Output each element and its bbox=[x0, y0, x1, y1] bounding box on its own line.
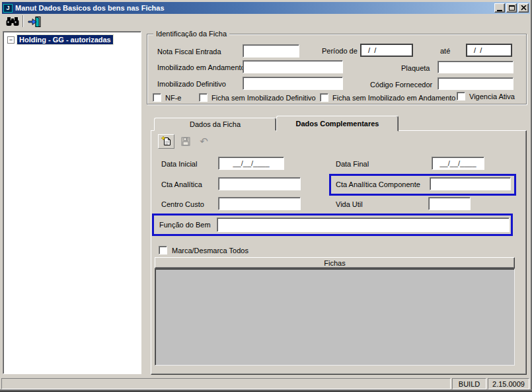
window-title: Manut Dados Basicos dos bens nas Fichas bbox=[15, 4, 165, 12]
data-inicial-label: Data Inicial bbox=[161, 160, 197, 169]
status-panel-empty bbox=[1, 378, 451, 389]
undo-arrow-icon: ↶ bbox=[200, 136, 208, 147]
marca-desmarca-checkbox[interactable] bbox=[159, 246, 167, 255]
imob-definitivo-input[interactable] bbox=[243, 77, 343, 90]
cta-analitica-label: Cta Analítica bbox=[161, 180, 202, 189]
new-record-button[interactable] bbox=[158, 134, 174, 149]
maximize-button[interactable] bbox=[506, 3, 517, 13]
maximize-icon bbox=[509, 5, 515, 11]
build-label: BUILD bbox=[459, 380, 480, 388]
ficha-sem-definitivo-checkbox[interactable] bbox=[199, 93, 208, 102]
cta-componente-input[interactable] bbox=[430, 177, 511, 190]
fichas-column-header[interactable]: Fichas bbox=[155, 257, 515, 268]
data-final-input[interactable] bbox=[432, 157, 484, 170]
funcao-bem-input[interactable] bbox=[217, 217, 510, 232]
periodo-de-label: Período de bbox=[322, 47, 358, 56]
data-inicial-input[interactable] bbox=[218, 157, 284, 170]
undo-button[interactable]: ↶ bbox=[196, 134, 212, 149]
imob-andamento-label: Imobilizado em Andamento bbox=[157, 63, 245, 72]
marca-desmarca-label: Marca/Desmarca Todos bbox=[172, 247, 248, 255]
main-toolbar bbox=[2, 14, 530, 29]
cod-fornecedor-label: Código Fornecedor bbox=[370, 81, 432, 89]
binoculars-icon bbox=[5, 16, 20, 27]
minimize-button[interactable] bbox=[494, 3, 505, 13]
title-bar: J Manut Dados Basicos dos bens nas Ficha… bbox=[2, 2, 530, 14]
ficha-sem-definitivo-label: Ficha sem Imobilizado Definitivo bbox=[211, 94, 316, 102]
tab-dados-complementares-label: Dados Complementares bbox=[296, 120, 379, 128]
imob-andamento-input[interactable] bbox=[243, 60, 343, 73]
new-document-icon bbox=[161, 136, 172, 147]
nota-fiscal-label: Nota Fiscal Entrada bbox=[157, 48, 221, 56]
toolbar-separator bbox=[22, 15, 24, 27]
ate-input[interactable] bbox=[466, 44, 512, 57]
save-button[interactable] bbox=[177, 134, 194, 149]
application-window: J Manut Dados Basicos dos bens nas Ficha… bbox=[0, 0, 532, 392]
version-label: 2.15.0009 bbox=[492, 380, 525, 388]
exit-door-icon bbox=[27, 16, 42, 28]
periodo-de-input[interactable] bbox=[360, 44, 413, 57]
tree-collapse-icon[interactable]: − bbox=[7, 36, 15, 44]
tree-item-label[interactable]: Holding - GG - autorizadas bbox=[17, 35, 113, 44]
plaqueta-input[interactable] bbox=[437, 61, 513, 73]
centro-custo-input[interactable] bbox=[218, 197, 301, 210]
data-final-label: Data Final bbox=[336, 160, 369, 169]
nota-fiscal-input[interactable] bbox=[243, 44, 299, 58]
centro-custo-label: Centro Custo bbox=[161, 200, 204, 209]
tree-item-holding[interactable]: − Holding - GG - autorizadas bbox=[7, 35, 113, 44]
funcao-bem-label: Função do Bem bbox=[159, 221, 211, 229]
find-button[interactable] bbox=[3, 15, 21, 28]
ficha-sem-andamento-checkbox[interactable] bbox=[320, 93, 328, 102]
cod-fornecedor-input[interactable] bbox=[437, 77, 513, 90]
tab-dados-complementares[interactable]: Dados Complementares bbox=[276, 116, 399, 132]
fichas-list[interactable] bbox=[155, 268, 515, 366]
exit-button[interactable] bbox=[25, 15, 43, 28]
window-bottom-edge bbox=[0, 389, 532, 392]
cta-analitica-input[interactable] bbox=[218, 177, 301, 190]
minimize-icon bbox=[497, 10, 502, 11]
nfe-checkbox[interactable] bbox=[153, 93, 161, 102]
status-panel-build: BUILD bbox=[452, 378, 486, 389]
vigencia-ativa-checkbox[interactable] bbox=[457, 92, 465, 100]
tab-dados-da-ficha-label: Dados da Ficha bbox=[190, 120, 241, 128]
imob-definitivo-label: Imobilizado Definitivo bbox=[157, 80, 226, 89]
status-panel-version: 2.15.0009 bbox=[488, 378, 529, 389]
identificacao-legend: Identificação da Ficha bbox=[153, 30, 229, 38]
vigencia-ativa-label: Vigencia Ativa bbox=[469, 93, 515, 101]
floppy-save-icon bbox=[180, 136, 191, 147]
fichas-header-label: Fichas bbox=[324, 259, 345, 267]
cta-componente-label: Cta Analítica Componente bbox=[336, 180, 420, 189]
close-icon bbox=[521, 5, 527, 11]
nfe-checkbox-label: NF-e bbox=[165, 94, 181, 102]
close-button[interactable] bbox=[518, 3, 529, 13]
app-icon[interactable]: J bbox=[3, 4, 13, 13]
vida-util-label: Vida Util bbox=[336, 200, 363, 209]
plaqueta-label: Plaqueta bbox=[401, 64, 430, 73]
ate-label: até bbox=[440, 47, 450, 56]
tree-panel[interactable]: − Holding - GG - autorizadas bbox=[3, 31, 141, 374]
ficha-sem-andamento-label: Ficha sem Imobilizado em Andamento bbox=[332, 94, 455, 102]
tab-dados-da-ficha[interactable]: Dados da Ficha bbox=[154, 118, 276, 131]
vida-util-input[interactable] bbox=[428, 197, 471, 210]
